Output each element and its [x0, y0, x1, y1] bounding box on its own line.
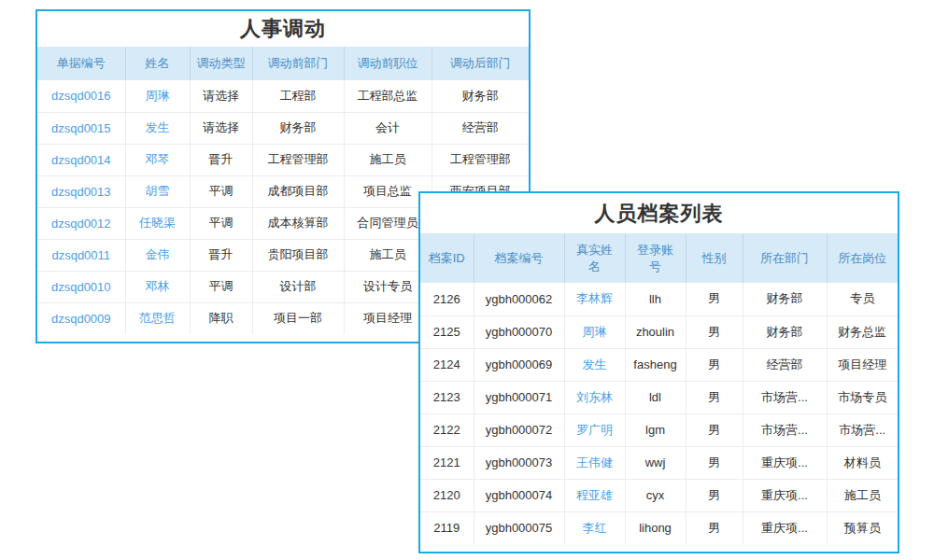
- link-cell[interactable]: 邓琴: [125, 144, 190, 175]
- table-cell: 2123: [420, 381, 474, 413]
- link-cell[interactable]: dzsqd0013: [37, 175, 125, 207]
- table-cell: 晋升: [190, 239, 252, 271]
- link-cell[interactable]: 程亚雄: [564, 479, 625, 511]
- table-row: dzsqd0016周琳请选择工程部工程部总监财务部: [37, 80, 529, 112]
- table-cell: 经营部: [432, 112, 529, 144]
- table-cell: ygbh000070: [474, 315, 564, 348]
- link-cell[interactable]: dzsqd0014: [37, 144, 125, 175]
- table-cell: 成本核算部: [252, 207, 344, 239]
- table-cell: 2122: [420, 413, 474, 446]
- table-cell: 财务部: [432, 80, 529, 112]
- table-row: 2123ygbh000071刘东林ldl男市场营...市场专员: [420, 381, 898, 413]
- table-cell: ygbh000073: [474, 446, 564, 479]
- table-cell: 成都项目部: [252, 175, 344, 207]
- table-cell: 财务部: [252, 112, 344, 144]
- link-cell[interactable]: dzsqd0015: [37, 112, 125, 144]
- link-cell[interactable]: 周琳: [125, 80, 190, 112]
- table-cell: 重庆项...: [743, 446, 827, 479]
- table-cell: 设计部: [252, 271, 344, 302]
- link-cell[interactable]: 罗广明: [564, 413, 625, 446]
- table-cell: 2119: [420, 511, 474, 544]
- table-cell: 2121: [420, 446, 474, 479]
- table-cell: 男: [686, 479, 743, 511]
- table-cell: ygbh000072: [474, 413, 564, 446]
- table-cell: 平调: [190, 175, 252, 207]
- archive-table-header-row: 档案ID档案编号真实姓 名登录账 号性别所在部门所在岗位: [420, 233, 898, 283]
- personnel-archive-table: 档案ID档案编号真实姓 名登录账 号性别所在部门所在岗位 2126ygbh000…: [420, 233, 898, 544]
- link-cell[interactable]: 任晓渠: [125, 207, 190, 239]
- table-cell: 重庆项...: [743, 479, 827, 511]
- column-header-5: 所在部门: [743, 233, 827, 283]
- link-cell[interactable]: dzsqd0016: [37, 80, 125, 112]
- link-cell[interactable]: 发生: [125, 112, 190, 144]
- table-cell: 工程管理部: [432, 144, 529, 175]
- table-cell: 施工员: [827, 479, 898, 511]
- link-cell[interactable]: 金伟: [125, 239, 190, 271]
- table-cell: 市场营...: [743, 381, 827, 413]
- table-row: 2122ygbh000072罗广明lgm男市场营...市场营...: [420, 413, 898, 446]
- table-cell: 项目经理: [827, 348, 898, 381]
- table-row: 2120ygbh000074程亚雄cyx男重庆项...施工员: [420, 479, 898, 511]
- column-header-4: 性别: [686, 233, 743, 283]
- table-row: dzsqd0015发生请选择财务部会计经营部: [37, 112, 529, 144]
- column-header-1: 档案编号: [474, 233, 564, 283]
- link-cell[interactable]: dzsqd0009: [37, 302, 125, 334]
- column-header-1: 姓名: [125, 47, 190, 80]
- table-cell: ygbh000075: [474, 511, 564, 544]
- table-cell: 2126: [420, 283, 474, 315]
- table-cell: 请选择: [190, 112, 252, 144]
- link-cell[interactable]: 王伟健: [564, 446, 625, 479]
- table-row: 2125ygbh000070周琳zhoulin男财务部财务总监: [420, 315, 898, 348]
- table-cell: 经营部: [743, 348, 827, 381]
- transfer-table-header-row: 单据编号姓名调动类型调动前部门调动前职位调动后部门: [37, 47, 529, 80]
- table-cell: 专员: [827, 283, 898, 315]
- table-cell: 市场营...: [827, 413, 898, 446]
- table-cell: 平调: [190, 271, 252, 302]
- table-row: 2119ygbh000075李红lihong男重庆项...预算员: [420, 511, 898, 544]
- link-cell[interactable]: 邓林: [125, 271, 190, 302]
- table-cell: ygbh000069: [474, 348, 564, 381]
- link-cell[interactable]: dzsqd0010: [37, 271, 125, 302]
- link-cell[interactable]: 发生: [564, 348, 625, 381]
- table-cell: ygbh000074: [474, 479, 564, 511]
- table-cell: 会计: [344, 112, 432, 144]
- table-cell: 男: [686, 381, 743, 413]
- link-cell[interactable]: 周琳: [564, 315, 625, 348]
- table-cell: 材料员: [827, 446, 898, 479]
- table-cell: ldl: [625, 381, 686, 413]
- table-cell: cyx: [625, 479, 686, 511]
- table-cell: 平调: [190, 207, 252, 239]
- link-cell[interactable]: 李林辉: [564, 283, 625, 315]
- table-cell: 2124: [420, 348, 474, 381]
- archive-panel-title: 人员档案列表: [420, 193, 898, 233]
- column-header-3: 登录账 号: [625, 233, 686, 283]
- column-header-4: 调动前职位: [344, 47, 432, 80]
- table-cell: 男: [686, 413, 743, 446]
- link-cell[interactable]: 范思哲: [125, 302, 190, 334]
- table-cell: zhoulin: [625, 315, 686, 348]
- link-cell[interactable]: 刘东林: [564, 381, 625, 413]
- table-cell: 财务部: [743, 315, 827, 348]
- link-cell[interactable]: dzsqd0012: [37, 207, 125, 239]
- table-cell: 男: [686, 315, 743, 348]
- table-cell: 预算员: [827, 511, 898, 544]
- table-cell: 请选择: [190, 80, 252, 112]
- table-cell: fasheng: [625, 348, 686, 381]
- table-cell: 工程部: [252, 80, 344, 112]
- table-cell: 工程部总监: [344, 80, 432, 112]
- column-header-3: 调动前部门: [252, 47, 344, 80]
- table-cell: 2125: [420, 315, 474, 348]
- transfer-panel-title: 人事调动: [37, 11, 529, 47]
- link-cell[interactable]: dzsqd0011: [37, 239, 125, 271]
- link-cell[interactable]: 胡雪: [125, 175, 190, 207]
- table-cell: 工程管理部: [252, 144, 344, 175]
- table-cell: 市场营...: [743, 413, 827, 446]
- table-cell: 男: [686, 348, 743, 381]
- table-cell: 男: [686, 446, 743, 479]
- table-cell: 财务部: [743, 283, 827, 315]
- table-cell: lihong: [625, 511, 686, 544]
- table-cell: 市场专员: [827, 381, 898, 413]
- link-cell[interactable]: 李红: [564, 511, 625, 544]
- table-cell: 贵阳项目部: [252, 239, 344, 271]
- page: 人事调动 单据编号姓名调动类型调动前部门调动前职位调动后部门 dzsqd0016…: [0, 0, 934, 560]
